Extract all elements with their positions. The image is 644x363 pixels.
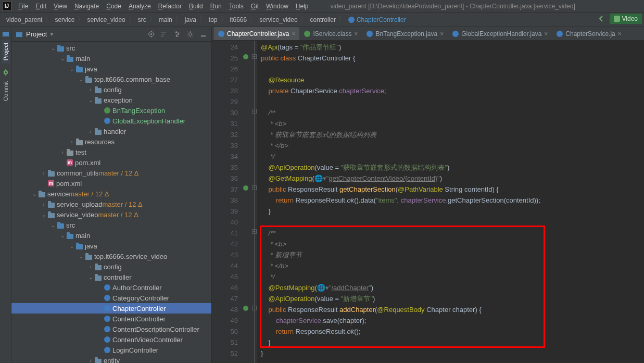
code-content[interactable]: @Api(tags = "作品章节组")public class Chapter… [258, 41, 644, 363]
tab-ChapterController.java[interactable]: ChapterController.java× [214, 27, 299, 40]
project-strip-icon [2, 30, 9, 37]
breadcrumb-service_video[interactable]: service_video [257, 15, 299, 24]
svg-point-7 [150, 33, 152, 35]
menu-refactor[interactable]: Refactor [155, 1, 185, 11]
gear-icon[interactable] [186, 30, 194, 38]
svg-point-24 [243, 185, 248, 191]
left-tool-strip: Project Commit [0, 27, 11, 363]
back-icon[interactable] [597, 15, 605, 23]
tree-node-service[interactable]: ⌄service master / 12 Δ [11, 189, 211, 199]
strip-tab-project[interactable]: Project [2, 40, 10, 64]
run-gutter-icon[interactable] [242, 53, 249, 60]
chevron-down-icon[interactable]: ▼ [49, 31, 54, 37]
tree-node-java[interactable]: ⌄java [11, 241, 211, 251]
project-toolwindow: Project ▼ ⌄src⌄main⌄java⌄top.it6666.comm… [11, 27, 212, 363]
menu-tools[interactable]: Tools [225, 1, 247, 11]
close-icon[interactable]: × [544, 30, 548, 37]
breadcrumb-service_video[interactable]: service_video [85, 15, 127, 24]
fold-marker[interactable]: − [252, 306, 257, 310]
code-editor[interactable]: 2425262728293031323334353637383940414243… [212, 41, 644, 363]
menu-help[interactable]: Help [292, 1, 312, 11]
fold-column[interactable]: −−−−− [251, 41, 258, 363]
tree-node-main[interactable]: ⌄main [11, 53, 211, 64]
menu-git[interactable]: Git [247, 1, 262, 11]
tree-node-pom.xml[interactable]: mpom.xml [11, 178, 211, 189]
close-icon[interactable]: × [292, 30, 295, 37]
minimize-icon[interactable] [199, 30, 207, 38]
run-config-button[interactable]: Video [610, 14, 642, 24]
tree-node-config[interactable]: ›config [11, 84, 211, 95]
tree-node-top.it6666.common_base[interactable]: ⌄top.it6666.common_base [11, 74, 211, 84]
svg-point-21 [189, 33, 192, 36]
tree-node-ChapterController[interactable]: ChapterController [11, 303, 211, 314]
project-icon [16, 31, 23, 38]
strip-tab-commit[interactable]: Commit [2, 78, 10, 104]
close-icon[interactable]: × [618, 30, 622, 37]
project-tree[interactable]: ⌄src⌄main⌄java⌄top.it6666.common_base›co… [11, 42, 211, 363]
tree-node-ContentController[interactable]: ContentController [11, 314, 211, 324]
menu-edit[interactable]: Edit [32, 1, 50, 11]
tree-node-main[interactable]: ⌄main [11, 230, 211, 241]
menu-file[interactable]: File [15, 1, 32, 11]
tab-BnTangException.java[interactable]: BnTangException.java× [362, 27, 448, 40]
fold-marker[interactable]: − [252, 54, 257, 59]
menu-window[interactable]: Window [262, 1, 292, 11]
tree-node-ContentDescriptionController[interactable]: ContentDescriptionController [11, 324, 211, 334]
svg-rect-5 [16, 32, 22, 37]
tree-node-java[interactable]: ⌄java [11, 64, 211, 74]
class-icon [218, 31, 224, 37]
tree-node-exception[interactable]: ⌄exception [11, 95, 211, 105]
breadcrumb-video_parent[interactable]: video_parent [4, 15, 44, 24]
close-icon[interactable]: × [354, 30, 358, 37]
fold-marker[interactable]: − [252, 109, 257, 114]
run-gutter-icon[interactable] [242, 184, 249, 192]
tab-ChapterService.ja[interactable]: ChapterService.ja× [552, 27, 625, 40]
sort-icon[interactable] [160, 30, 168, 38]
line-gutter: 2425262728293031323334353637383940414243… [212, 41, 241, 363]
tree-node-top.it6666.service_video[interactable]: ⌄top.it6666.service_video [11, 251, 211, 261]
menu-run[interactable]: Run [207, 1, 225, 11]
breadcrumb-main[interactable]: main [157, 15, 174, 24]
breadcrumb-java[interactable]: java [183, 15, 198, 24]
tree-node-common_utils[interactable]: ›common_utils master / 12 Δ [11, 168, 211, 178]
tree-node-service_upload[interactable]: ›service_upload master / 12 Δ [11, 199, 211, 209]
breadcrumb-src[interactable]: src [136, 15, 148, 24]
menu-analyze[interactable]: Analyze [125, 1, 155, 11]
tree-node-AuthorController[interactable]: AuthorController [11, 282, 211, 293]
tree-node-GlobalExceptionHandler[interactable]: GlobalExceptionHandler [11, 116, 211, 126]
tree-node-pom.xml[interactable]: mpom.xml [11, 157, 211, 168]
tree-node-ContentVideoController[interactable]: ContentVideoController [11, 334, 211, 345]
tree-node-entity[interactable]: ›entity [11, 355, 211, 363]
menu-view[interactable]: View [50, 1, 71, 11]
fold-marker[interactable]: − [252, 229, 257, 234]
menu-navigate[interactable]: Navigate [71, 1, 103, 11]
tree-node-resources[interactable]: ›resources [11, 136, 211, 147]
breadcrumb-service[interactable]: service [53, 15, 77, 24]
tree-node-config[interactable]: ›config [11, 261, 211, 272]
tab-GlobalExceptionHandler.java[interactable]: GlobalExceptionHandler.java× [448, 27, 552, 40]
tree-node-LoginController[interactable]: LoginController [11, 345, 211, 355]
tree-node-service_video[interactable]: ⌄service_video master / 12 Δ [11, 209, 211, 220]
target-icon[interactable] [147, 30, 155, 38]
breadcrumb-it6666[interactable]: it6666 [228, 15, 249, 24]
svg-point-25 [243, 306, 248, 311]
tree-node-test[interactable]: ›test [11, 147, 211, 157]
tree-node-src[interactable]: ⌄src [11, 220, 211, 230]
tree-node-src[interactable]: ⌄src [11, 43, 211, 53]
fold-marker[interactable]: − [252, 185, 257, 190]
filter-icon[interactable] [173, 30, 181, 38]
tree-node-CategoryController[interactable]: CategoryController [11, 293, 211, 303]
tree-node-handler[interactable]: ›handler [11, 126, 211, 136]
close-icon[interactable]: × [440, 30, 444, 37]
menu-code[interactable]: Code [103, 1, 125, 11]
breadcrumb-top[interactable]: top [207, 15, 220, 24]
tree-node-controller[interactable]: ⌄controller [11, 272, 211, 282]
menu-build[interactable]: Build [185, 1, 207, 11]
tab-IService.class[interactable]: IService.class× [300, 27, 362, 40]
breadcrumb-controller[interactable]: controller [308, 15, 338, 24]
tree-node-BnTangException[interactable]: BnTangException [11, 105, 211, 116]
svg-rect-1 [3, 32, 9, 36]
run-gutter-icon[interactable] [242, 305, 249, 312]
breadcrumb-ChapterController[interactable]: ChapterController [346, 15, 408, 24]
editor-area: ChapterController.java×IService.class×Bn… [212, 27, 644, 363]
